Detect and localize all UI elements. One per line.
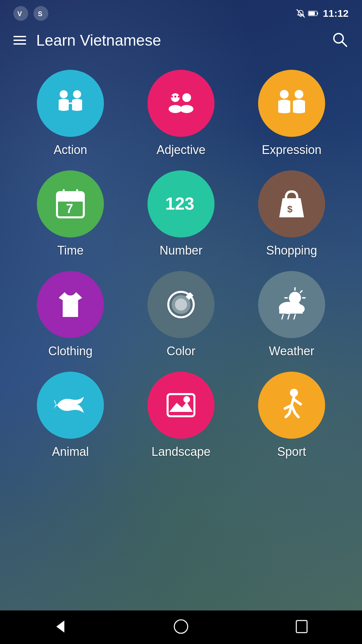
category-circle-shopping: $ — [258, 170, 325, 237]
category-circle-sport — [258, 372, 325, 439]
category-label-number: Number — [160, 244, 202, 258]
svg-text:7: 7 — [66, 202, 73, 216]
category-color[interactable]: Color — [131, 271, 231, 358]
svg-line-37 — [300, 291, 302, 292]
back-icon — [51, 617, 70, 636]
svg-rect-6 — [309, 12, 315, 15]
svg-text:$: $ — [287, 204, 293, 214]
svg-line-45 — [294, 315, 295, 319]
shopping-icon: $ — [273, 185, 310, 222]
expression-icon — [273, 85, 310, 122]
category-weather[interactable]: Weather — [241, 271, 342, 358]
svg-point-14 — [180, 105, 193, 113]
status-time: 11:12 — [323, 8, 349, 19]
svg-point-30 — [175, 299, 187, 311]
time-icon: 7 — [52, 185, 89, 222]
search-button[interactable] — [328, 28, 352, 53]
svg-text:S: S — [38, 10, 42, 17]
category-label-weather: Weather — [269, 344, 314, 358]
category-circle-clothing — [37, 271, 104, 338]
category-circle-adjective — [147, 70, 215, 137]
svg-line-44 — [288, 315, 289, 319]
category-label-expression: Expression — [262, 143, 321, 157]
svg-point-47 — [183, 396, 190, 403]
home-button[interactable] — [152, 610, 210, 644]
category-label-color: Color — [167, 344, 195, 358]
category-number[interactable]: 123 Number — [131, 170, 231, 258]
category-time[interactable]: 7 Time — [20, 170, 121, 258]
svg-point-16 — [174, 96, 176, 98]
status-icons-battery — [296, 9, 319, 18]
svg-rect-3 — [297, 14, 304, 15]
category-circle-color — [147, 271, 215, 338]
category-label-animal: Animal — [52, 445, 89, 459]
svg-rect-51 — [296, 621, 307, 633]
category-circle-number: 123 — [147, 170, 215, 237]
svg-marker-49 — [56, 621, 64, 633]
status-icon-v: V — [13, 6, 28, 21]
number-icon: 123 — [163, 185, 199, 222]
category-clothing[interactable]: Clothing — [20, 271, 121, 358]
action-icon — [52, 85, 89, 122]
category-shopping[interactable]: $ Shopping — [241, 170, 342, 258]
menu-button[interactable] — [10, 33, 29, 48]
category-expression[interactable]: Expression — [241, 70, 342, 157]
recents-icon — [292, 617, 311, 636]
category-action[interactable]: Action — [20, 70, 121, 157]
svg-rect-46 — [168, 394, 194, 416]
category-label-adjective: Adjective — [157, 143, 205, 157]
category-animal[interactable]: Animal — [20, 372, 121, 459]
landscape-icon — [163, 387, 199, 424]
category-label-clothing: Clothing — [48, 344, 93, 358]
svg-point-12 — [182, 93, 191, 102]
app-bar: Learn Vietnamese — [0, 24, 362, 60]
svg-point-15 — [171, 96, 173, 98]
svg-rect-42 — [279, 309, 303, 314]
category-circle-weather — [258, 271, 325, 338]
svg-rect-22 — [57, 198, 84, 202]
back-button[interactable] — [31, 610, 90, 644]
hamburger-icon — [13, 36, 26, 45]
svg-point-10 — [73, 90, 81, 98]
categories-grid: Action Adjective — [0, 60, 362, 469]
category-circle-landscape — [147, 372, 215, 439]
category-label-shopping: Shopping — [266, 244, 317, 258]
svg-line-43 — [282, 315, 283, 319]
svg-text:123: 123 — [165, 194, 194, 213]
animal-icon — [52, 387, 89, 424]
weather-icon — [273, 286, 310, 323]
svg-point-17 — [178, 96, 180, 98]
status-left-icons: V S — [13, 6, 48, 21]
color-icon — [163, 286, 199, 323]
svg-text:V: V — [17, 10, 22, 17]
app-title: Learn Vietnamese — [29, 31, 328, 49]
svg-point-18 — [280, 90, 289, 99]
category-landscape[interactable]: Landscape — [131, 372, 231, 459]
category-circle-animal — [37, 372, 104, 439]
adjective-icon — [163, 85, 199, 122]
category-sport[interactable]: Sport — [241, 372, 342, 459]
category-label-time: Time — [57, 244, 84, 258]
svg-point-9 — [60, 90, 68, 98]
category-circle-expression — [258, 70, 325, 137]
bottom-navigation — [0, 610, 362, 644]
svg-point-50 — [174, 620, 188, 633]
category-adjective[interactable]: Adjective — [131, 70, 231, 157]
category-label-sport: Sport — [277, 445, 306, 459]
svg-point-19 — [295, 90, 303, 99]
category-label-landscape: Landscape — [152, 445, 210, 459]
sport-icon — [273, 387, 310, 424]
clothing-icon — [52, 286, 89, 323]
search-icon — [331, 31, 349, 48]
category-label-action: Action — [54, 143, 87, 157]
status-bar: V S 11:12 — [0, 0, 362, 24]
category-circle-action — [37, 70, 104, 137]
recents-button[interactable] — [272, 610, 331, 644]
svg-rect-5 — [317, 12, 318, 14]
home-icon — [172, 617, 190, 636]
svg-line-8 — [342, 42, 347, 46]
category-circle-time: 7 — [37, 170, 104, 237]
status-right: 11:12 — [296, 8, 349, 19]
status-icon-s: S — [34, 6, 48, 21]
